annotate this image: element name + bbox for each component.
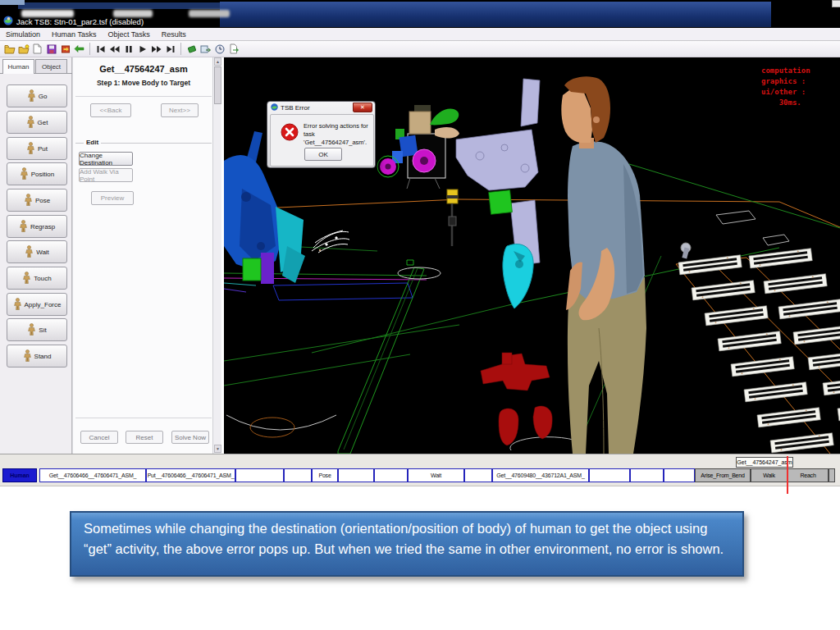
close-icon[interactable]: ✕ [353,103,372,112]
person-icon [26,116,35,130]
solve-now-button[interactable]: Solve Now [171,431,209,444]
sidebar-button-label: Wait [36,249,49,256]
timeline-cell-empty[interactable] [589,468,630,482]
import-icon[interactable] [58,42,72,56]
sidebar-button-label: Pose [35,197,50,204]
task-step-label: Step 1: Move Body to Target [72,79,215,87]
record-icon[interactable] [185,42,199,56]
save-icon[interactable] [44,42,58,56]
window-titlebar[interactable]: Jack TSB: Stn-01_par2.tsf (disabled) [3,16,144,27]
cancel-button[interactable]: Cancel [80,431,118,444]
sidebar-button-label: Touch [34,275,51,282]
timeline-cell-get__47606466__47606471_asm_[interactable]: Get__47606466__47606471_ASM_ [39,468,146,482]
sidebar-button-position[interactable]: Position [7,162,67,185]
menu-results[interactable]: Results [156,30,192,39]
person-icon [20,167,29,181]
export-window-icon[interactable] [199,42,212,56]
scroll-thumb[interactable] [214,66,221,104]
scroll-down-arrow[interactable]: ▼ [214,445,221,453]
next-button[interactable]: Next>> [161,103,199,117]
perf-line: computation [761,66,840,76]
top-right-box [832,0,840,7]
timeline-cell-wait[interactable]: Wait [408,468,464,482]
titlebar-gradient-left [18,2,220,9]
timeline-cell-pose[interactable]: Pose [312,468,338,482]
menu-simulation[interactable]: Simulation [0,30,46,39]
undo-arrow-icon[interactable] [72,42,86,56]
sidebar-button-label: Apply_Force [25,301,62,308]
person-icon [27,323,36,337]
timeline-playhead[interactable] [787,456,788,494]
timeline-cell-empty[interactable] [630,468,664,482]
error-message: Error solving actions for task 'Get__475… [304,122,373,147]
perf-line: 30ms. [761,98,840,108]
timeline-cell-empty[interactable] [464,468,492,482]
titlebar-gradient [220,2,771,27]
panel-scrollbar[interactable]: ▲ ▼ [212,57,221,454]
skip-start-icon[interactable] [94,42,107,56]
sidebar-button-label: Get [38,119,48,126]
task-title: Get__47564247_asm [72,64,215,74]
sidebar-button-label: Regrasp [30,223,55,231]
scroll-up-arrow[interactable]: ▲ [214,57,221,66]
sidebar-button-put[interactable]: Put [7,137,67,160]
step-forward-icon[interactable] [149,42,163,56]
toolbar [0,41,840,57]
timeline-cell-empty[interactable] [374,468,408,482]
sidebar-button-go[interactable]: Go [7,84,67,107]
sidebar-button-touch[interactable]: Touch [7,267,67,290]
timeline-row-header[interactable]: Human [2,468,37,482]
timeline-cell-reach[interactable]: Reach [788,468,829,482]
top-left-chip [0,0,25,5]
dialog-titlebar[interactable]: TSB Error [271,103,310,112]
perf-line: ui/other : [761,87,840,98]
pause-icon[interactable] [121,42,135,56]
new-document-icon[interactable] [30,42,44,56]
timeline-cell-empty[interactable] [829,468,835,482]
toolbar-separator [89,43,90,55]
tab-human[interactable]: Human [2,59,34,74]
timeline-cell-get__47609480__436712a1_asm_[interactable]: Get__47609480__436712A1_ASM_ [492,468,589,482]
preview-button[interactable]: Preview [91,191,134,205]
dialog-body: Error solving actions for task 'Get__475… [270,114,374,167]
jack-icon [3,14,13,29]
timeline-cell-empty[interactable] [284,468,312,482]
sidebar-button-label: Position [31,171,54,178]
open-folder-icon[interactable] [2,42,16,56]
taskbar-blob [189,10,230,17]
timeline-cell-empty[interactable] [338,468,374,482]
reset-button[interactable]: Reset [126,431,163,444]
timeline-cell-empty[interactable] [664,468,695,482]
timeline-cell-empty[interactable] [235,468,284,482]
error-dialog[interactable]: TSB Error ✕ Error solving actions for ta… [267,101,376,168]
menu-human-tasks[interactable]: Human Tasks [46,30,102,39]
tab-object[interactable]: Object [35,59,67,73]
sidebar-button-label: Go [39,93,48,100]
timeline-cell-arise_from_bend[interactable]: Arise_From_Bend [695,468,751,482]
perf-line: graphics : [761,76,840,87]
menu-object-tasks[interactable]: Object Tasks [102,30,155,39]
dialog-title: TSB Error [281,104,310,112]
clock-icon[interactable] [212,42,226,56]
step-back-icon[interactable] [107,42,121,56]
new-folder-icon[interactable] [16,42,30,56]
play-icon[interactable] [135,42,149,56]
timeline-cell-walk[interactable]: Walk [751,468,788,482]
timeline-cell-put__47606466__47606471_asm_[interactable]: Put__47606466__47606471_ASM_ [146,468,235,482]
sidebar-button-label: Stand [34,353,52,360]
change-destination-button[interactable]: Change Destination [79,152,133,166]
sidebar-button-get[interactable]: Get [7,111,67,134]
sidebar-button-pose[interactable]: Pose [7,189,67,212]
add-walk-via-point-button[interactable]: Add Walk Via Point [79,168,133,182]
sidebar-button-stand[interactable]: Stand [7,345,67,368]
sidebar-button-regrasp[interactable]: Regrasp [7,215,67,238]
export-page-icon[interactable] [226,42,240,56]
sidebar-button-apply_force[interactable]: Apply_Force [7,293,67,316]
performance-overlay: computationgraphics :ui/other : 30ms. [761,66,840,110]
ok-button[interactable]: OK [304,148,342,161]
skip-end-icon[interactable] [163,42,177,56]
back-button[interactable]: <<Back [90,103,131,117]
sidebar-button-wait[interactable]: Wait [7,240,67,263]
sidebar-button-sit[interactable]: Sit [7,318,67,341]
person-icon [25,245,34,259]
